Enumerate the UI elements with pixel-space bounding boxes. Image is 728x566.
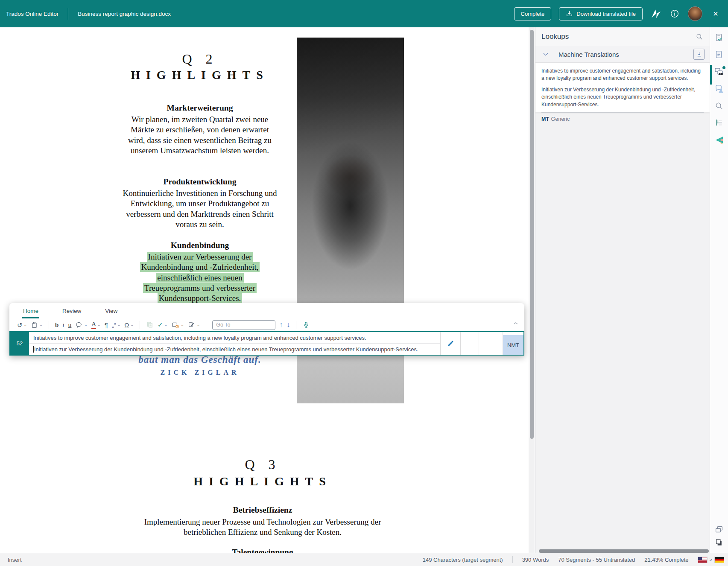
q3-section-1-body: Implementierung neuer Prozesse und Techn…	[126, 517, 399, 538]
machine-translations-title: Machine Translations	[558, 51, 693, 58]
segment-editor-panel: Home Review View ↺ ⌄ ⌄ b i u ⌄	[9, 303, 524, 356]
clipboard-icon	[31, 321, 38, 329]
dictation-button[interactable]	[302, 321, 310, 329]
q2-section-1-heading: Markterweiterung	[122, 103, 278, 113]
preview-document-icon[interactable]	[710, 29, 728, 46]
lookups-horizontal-scrollbar-thumb[interactable]	[539, 549, 709, 553]
confirm-dropdown-caret[interactable]: ⌄	[164, 323, 168, 327]
file-details-icon[interactable]	[710, 46, 728, 63]
apply-translation-icon[interactable]	[693, 49, 705, 60]
document-name: Business report graphic design.docx	[78, 11, 171, 17]
close-icon[interactable]: ✕	[710, 8, 721, 19]
copy-source-to-target-button[interactable]	[146, 321, 154, 329]
track-changes-button[interactable]: ⌄	[188, 321, 200, 329]
italic-button[interactable]: i	[62, 321, 64, 328]
q2-section-3-body: Initiativen zur Verbesserung der Kundenb…	[122, 252, 278, 304]
status-bar: Insert 149 Characters (target segment) 3…	[0, 553, 728, 566]
comment-button[interactable]: ⌄	[75, 321, 88, 329]
mt-result-card[interactable]: Initiatives to improve customer engageme…	[535, 63, 710, 112]
text-color-button[interactable]: A ⌄	[91, 321, 101, 329]
segment-source-text[interactable]: Initiatives to improve customer engageme…	[29, 332, 440, 344]
segment-edit-status-cell[interactable]	[441, 332, 461, 355]
language-direction-icon: >	[710, 557, 712, 562]
comment-dropdown-caret[interactable]: ⌄	[84, 323, 88, 327]
segment-status-cell	[461, 332, 479, 355]
collapse-toolbar-icon[interactable]	[512, 320, 519, 326]
q2-section-2-body: Kontinuierliche Investitionen in Forschu…	[122, 188, 278, 230]
segment-target-cell[interactable]: Initiativen zur Verbesserung der Kundenb…	[29, 344, 440, 355]
underline-button[interactable]: u	[68, 321, 72, 328]
machine-translations-section-header[interactable]: Machine Translations	[535, 46, 710, 63]
download-translated-file-button[interactable]: Download translated file	[559, 7, 643, 20]
segment-count: 70 Segments - 55 Untranslated	[558, 557, 635, 563]
input-mode-label: Insert	[8, 557, 22, 563]
language-pair[interactable]: >	[698, 557, 724, 563]
formatting-marks-button[interactable]: ¶	[105, 322, 108, 328]
ribbon-tabs: Home Review View	[9, 303, 524, 318]
mt-provider-abbr: MT	[541, 116, 549, 122]
document-structure-icon[interactable]	[710, 114, 728, 131]
undo-button[interactable]: ↺ ⌄	[17, 322, 27, 328]
segment-comment-cell	[479, 332, 503, 355]
right-icon-rail	[710, 27, 728, 553]
trados-assistant-icon[interactable]	[710, 131, 728, 149]
complete-button[interactable]: Complete	[514, 7, 552, 20]
chevron-down-icon[interactable]	[542, 51, 549, 58]
special-character-dropdown-caret[interactable]: ⌄	[130, 323, 134, 327]
lookups-machine-translation-icon[interactable]	[710, 63, 728, 80]
user-avatar[interactable]	[688, 6, 702, 21]
toolbar-separator	[296, 321, 296, 329]
comment-bubble-icon	[75, 321, 83, 329]
advanced-search-icon[interactable]	[710, 97, 728, 114]
quotes-dropdown-caret[interactable]: ⌄	[117, 323, 121, 327]
target-language-flag-de	[715, 557, 724, 563]
copy-layout-icon[interactable]	[710, 534, 728, 551]
segment-number: 52	[10, 332, 29, 355]
lookups-title: Lookups	[541, 32, 569, 41]
segment-status-button[interactable]: ⌄	[171, 321, 184, 329]
editor-toolbar: ↺ ⌄ ⌄ b i u ⌄ A ⌄ ¶	[9, 318, 524, 331]
toolbar-separator	[206, 321, 206, 329]
goto-input[interactable]	[212, 320, 275, 330]
text-cursor	[33, 346, 34, 353]
bold-button[interactable]: b	[55, 321, 59, 328]
download-icon	[566, 10, 573, 18]
special-character-button[interactable]: Ω ⌄	[124, 322, 134, 328]
tab-review[interactable]: Review	[61, 304, 82, 318]
progress-label: 21.43% Complete	[644, 557, 688, 563]
special-quotes-button[interactable]: „“ ⌄	[112, 322, 121, 328]
paste-dropdown-caret[interactable]: ⌄	[39, 323, 43, 327]
text-color-icon: A	[91, 321, 96, 329]
active-segment-row: 52 Initiatives to improve customer engag…	[9, 331, 524, 356]
quote-text: baut man das Geschäft auf.	[122, 354, 278, 365]
next-segment-button[interactable]: ↓	[287, 321, 290, 329]
character-count: 149 Characters (target segment)	[423, 557, 503, 563]
undo-dropdown-caret[interactable]: ⌄	[24, 323, 27, 327]
document-scrollbar-thumb[interactable]	[530, 30, 534, 439]
q2-section-1-body: Wir planen, im zweiten Quartal zwei neue…	[122, 114, 278, 156]
paste-button[interactable]: ⌄	[31, 321, 43, 329]
tab-home[interactable]: Home	[22, 304, 39, 318]
segment-status-icon	[171, 321, 179, 329]
track-changes-dropdown-caret[interactable]: ⌄	[197, 323, 200, 327]
source-language-flag-us	[698, 557, 707, 563]
info-icon[interactable]	[669, 8, 680, 19]
q3-title: HIGHLIGHTS	[126, 475, 399, 488]
app-title: Trados Online Editor	[6, 11, 58, 17]
segment-status-dropdown-caret[interactable]: ⌄	[181, 323, 184, 327]
track-changes-icon	[188, 321, 196, 329]
lookups-search-icon[interactable]	[695, 32, 704, 41]
whats-new-icon[interactable]	[650, 8, 661, 19]
segment-target-text: Initiativen zur Verbesserung der Kundenb…	[34, 346, 418, 353]
text-color-dropdown-caret[interactable]: ⌄	[97, 323, 101, 327]
quote-author: ZICK ZIGLAR	[122, 369, 278, 376]
confirm-segment-button[interactable]: ✓ ⌄	[158, 321, 167, 329]
toolbar-separator	[140, 321, 140, 329]
active-segment-highlight[interactable]: Initiativen zur Verbesserung der Kundenb…	[140, 252, 260, 303]
tab-view[interactable]: View	[104, 304, 118, 318]
q2-title: HIGHLIGHTS	[122, 68, 278, 82]
previous-segment-button[interactable]: ↑	[279, 321, 283, 329]
comments-icon[interactable]	[710, 80, 728, 97]
lookups-panel: Lookups Machine Translations Initiatives…	[535, 27, 710, 553]
mt-card-divider	[541, 112, 704, 113]
